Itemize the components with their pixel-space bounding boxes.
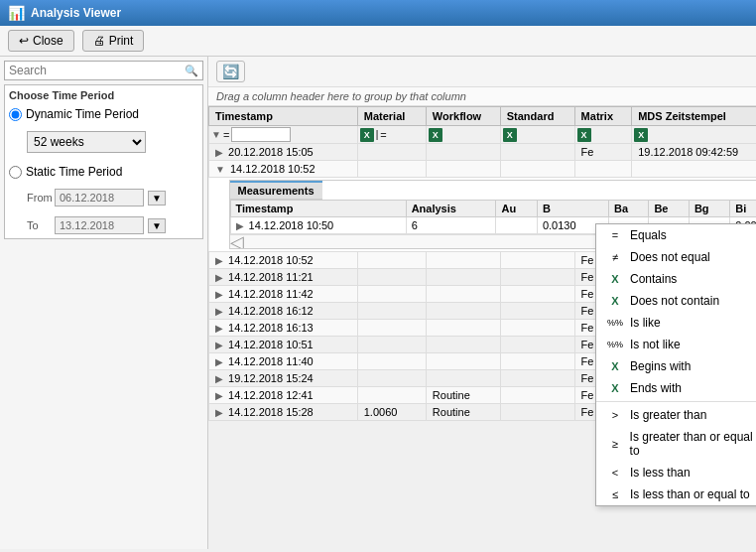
inner-col-analysis: Analysis — [406, 201, 496, 217]
from-date-input[interactable] — [55, 189, 144, 207]
inner-col-bi: Bi — [730, 201, 756, 217]
static-label: Static Time Period — [26, 165, 122, 179]
filter-item-begins-with[interactable]: X Begins with — [596, 355, 756, 377]
right-panel: 🔄 Drag a column header here to group by … — [208, 57, 756, 549]
close-button[interactable]: ↩ Close — [8, 30, 74, 52]
contains-icon: X — [606, 273, 624, 285]
row-expand[interactable]: ▶ — [215, 373, 223, 384]
less-than-label: Is less than — [630, 466, 691, 480]
row-expand[interactable]: ▶ — [215, 407, 223, 418]
filter-bar-material: | — [376, 129, 379, 140]
filter-item-is-like[interactable]: %% Is like — [596, 312, 756, 334]
is-like-symbol: %% — [606, 318, 624, 328]
weeks-dropdown[interactable]: 52 weeks — [27, 131, 146, 153]
refresh-button[interactable]: 🔄 — [216, 61, 245, 82]
search-icon: 🔍 — [185, 65, 198, 77]
filter-item-less-equal[interactable]: ≤ Is less than or equal to — [596, 483, 756, 505]
filter-item-not-contains[interactable]: X Does not contain — [596, 290, 756, 312]
inner-col-bg: Bg — [689, 201, 729, 217]
equals-label: Equals — [630, 228, 667, 242]
row-expand[interactable]: ▶ — [215, 147, 223, 158]
filter-item-ends-with[interactable]: X Ends with — [596, 377, 756, 399]
to-label: To — [27, 219, 51, 231]
not-like-symbol: %% — [606, 340, 624, 349]
filter-icon-timestamp: ▼ — [211, 129, 221, 140]
dynamic-time-period-radio[interactable]: Dynamic Time Period — [9, 107, 198, 121]
to-date-input[interactable] — [55, 216, 144, 234]
table-row: ▶ 20.12.2018 15:05 Fe 19.12.2018 09:42:5… — [209, 144, 757, 161]
toolbar: ↩ Close 🖨 Print — [0, 26, 756, 57]
filter-item-equals[interactable]: = Equals — [596, 224, 756, 246]
excel-icon-matrix: X — [577, 128, 591, 142]
row-expand[interactable]: ▶ — [215, 390, 223, 401]
col-matrix: Matrix — [574, 107, 632, 126]
less-equal-label: Is less than or equal to — [630, 487, 750, 501]
title-bar-icon: 📊 — [8, 5, 25, 21]
close-icon: ↩ — [19, 34, 29, 48]
print-icon: 🖨 — [93, 34, 105, 48]
col-mds: MDS Zeitstempel — [632, 107, 756, 126]
greater-than-symbol: > — [606, 409, 624, 421]
col-material: Material — [357, 107, 426, 126]
inner-col-b: B — [537, 201, 608, 217]
row-expand[interactable]: ▶ — [215, 323, 223, 334]
refresh-bar: 🔄 — [208, 57, 756, 87]
time-period-title: Choose Time Period — [9, 89, 198, 101]
not-equals-symbol: ≠ — [606, 251, 624, 263]
not-like-label: Is not like — [630, 338, 681, 351]
row-expand[interactable]: ▶ — [215, 289, 223, 300]
excel-icon-mds: X — [634, 128, 648, 142]
print-label: Print — [109, 34, 134, 48]
filter-item-greater-equal[interactable]: ≥ Is greater than or equal to — [596, 426, 756, 462]
static-time-period-radio[interactable]: Static Time Period — [9, 165, 198, 179]
title-bar: 📊 Analysis Viewer — [0, 0, 756, 26]
filter-item-contains[interactable]: X Contains — [596, 268, 756, 290]
ends-with-icon: X — [606, 382, 624, 394]
table-row: ▼ 14.12.2018 10:52 — [209, 161, 757, 178]
ends-with-label: Ends with — [630, 381, 682, 395]
measurements-tab[interactable]: Measurements — [230, 181, 322, 200]
close-label: Close — [33, 34, 63, 48]
inner-col-ba: Ba — [608, 201, 648, 217]
row-expand[interactable]: ▶ — [215, 340, 223, 350]
greater-than-label: Is greater than — [630, 408, 706, 422]
row-expand[interactable]: ▶ — [215, 306, 223, 317]
equals-symbol: = — [606, 229, 624, 241]
time-period-box: Choose Time Period Dynamic Time Period 5… — [4, 84, 203, 239]
not-equals-label: Does not equal — [630, 250, 710, 264]
filter-item-less-than[interactable]: < Is less than — [596, 462, 756, 483]
title-bar-text: Analysis Viewer — [31, 6, 121, 20]
excel-icon-workflow: X — [429, 128, 442, 142]
filter-item-not-equals[interactable]: ≠ Does not equal — [596, 246, 756, 268]
filter-item-greater-than[interactable]: > Is greater than — [596, 404, 756, 426]
row-expand[interactable]: ▼ — [215, 164, 225, 175]
not-contains-icon: X — [606, 295, 624, 307]
print-button[interactable]: 🖨 Print — [82, 30, 145, 52]
not-contains-label: Does not contain — [630, 294, 719, 308]
dynamic-label: Dynamic Time Period — [26, 107, 139, 121]
drag-hint: Drag a column header here to group by th… — [208, 87, 756, 106]
row-expand[interactable]: ▶ — [215, 356, 223, 367]
inner-col-au: Au — [496, 201, 537, 217]
contains-label: Contains — [630, 272, 677, 286]
from-calendar-button[interactable]: ▼ — [148, 191, 166, 206]
begins-with-icon: X — [606, 360, 624, 372]
inner-row-expand[interactable]: ▶ — [236, 220, 244, 231]
less-equal-symbol: ≤ — [606, 488, 624, 500]
inner-col-timestamp: Timestamp — [230, 201, 406, 217]
greater-equal-symbol: ≥ — [606, 438, 624, 450]
row-expand[interactable]: ▶ — [215, 272, 223, 283]
col-workflow: Workflow — [426, 107, 500, 126]
to-calendar-button[interactable]: ▼ — [148, 218, 166, 233]
equals-icon-material: = — [380, 129, 386, 141]
col-standard: Standard — [500, 107, 574, 126]
filter-input-timestamp[interactable] — [231, 127, 291, 142]
search-box: 🔍 — [4, 61, 203, 80]
from-label: From — [27, 192, 51, 204]
left-panel: 🔍 Choose Time Period Dynamic Time Period… — [0, 57, 208, 549]
is-like-label: Is like — [630, 316, 661, 330]
row-expand[interactable]: ▶ — [215, 255, 223, 266]
search-input[interactable] — [9, 64, 185, 77]
filter-item-not-like[interactable]: %% Is not like — [596, 334, 756, 355]
greater-equal-label: Is greater than or equal to — [630, 430, 756, 458]
